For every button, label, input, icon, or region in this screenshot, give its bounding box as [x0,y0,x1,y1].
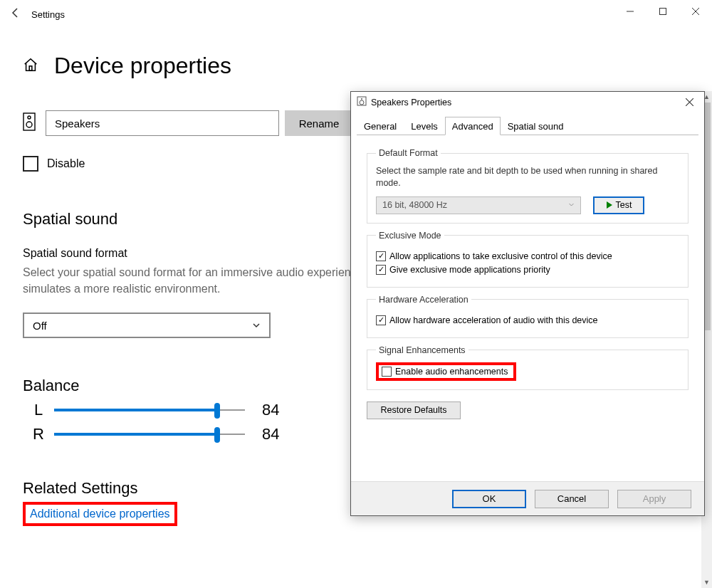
enable-enhancements-highlight: Enable audio enhancements [376,362,516,381]
dialog-tabs: General Levels Advanced Spatial sound [357,116,698,135]
signal-enhancements-legend: Signal Enhancements [376,345,468,355]
default-format-legend: Default Format [376,148,441,158]
rename-button[interactable]: Rename [285,110,353,136]
restore-defaults-button[interactable]: Restore Defaults [367,401,461,419]
default-format-group: Default Format Select the sample rate an… [367,148,689,224]
exclusive-mode-legend: Exclusive Mode [376,231,444,241]
ok-button[interactable]: OK [452,490,526,508]
home-icon[interactable] [23,57,38,75]
enable-enhancements-checkbox[interactable]: Enable audio enhancements [382,367,508,377]
additional-properties-highlight: Additional device properties [23,502,177,526]
maximize-icon[interactable] [646,0,679,23]
apply-button[interactable]: Apply [617,490,691,508]
dialog-buttons: OK Cancel Apply [351,481,704,515]
window-controls [614,0,712,23]
chevron-down-icon [568,200,575,210]
play-icon [607,201,612,209]
exclusive-mode-group: Exclusive Mode ✓ Allow applications to t… [367,231,689,288]
svg-point-5 [26,122,32,127]
default-format-value: 16 bit, 48000 Hz [382,200,447,210]
exclusive-priority-checkbox[interactable]: ✓ Give exclusive mode applications prior… [376,265,679,275]
balance-left-label: L [23,401,54,419]
hardware-accel-checkbox[interactable]: ✓ Allow hardware acceleration of audio w… [376,315,679,325]
default-format-text: Select the sample rate and bit depth to … [376,165,679,189]
exclusive-control-checkbox[interactable]: ✓ Allow applications to take exclusive c… [376,251,679,261]
additional-properties-link[interactable]: Additional device properties [30,508,170,520]
balance-left-slider[interactable] [54,401,245,419]
hardware-accel-group: Hardware Acceleration ✓ Allow hardware a… [367,295,689,338]
svg-point-7 [360,100,364,105]
signal-enhancements-group: Signal Enhancements Enable audio enhance… [367,345,689,390]
hardware-accel-legend: Hardware Acceleration [376,295,471,305]
cancel-button[interactable]: Cancel [535,490,609,508]
tab-general[interactable]: General [357,117,404,135]
balance-right-value: 84 [262,425,279,443]
balance-right-label: R [23,425,54,443]
tab-advanced[interactable]: Advanced [445,117,501,135]
scroll-down-icon[interactable]: ▼ [701,577,712,588]
dialog-close-icon[interactable] [674,92,704,112]
test-button[interactable]: Test [593,196,644,214]
chevron-down-icon [252,320,261,332]
svg-rect-2 [29,65,32,70]
dialog-title: Speakers Properties [371,98,451,107]
svg-rect-1 [660,9,666,15]
speaker-icon [23,112,36,134]
speaker-icon [357,96,367,109]
spatial-help-text: Select your spatial sound format for an … [23,264,393,297]
minimize-icon[interactable] [614,0,646,23]
device-name-input[interactable] [46,110,279,136]
svg-rect-6 [357,97,366,105]
window-title: Settings [31,9,65,20]
page-title: Device properties [54,53,231,79]
balance-left-value: 84 [262,401,279,419]
tab-levels[interactable]: Levels [404,117,445,135]
balance-right-slider[interactable] [54,426,245,443]
svg-point-4 [28,116,31,119]
close-icon[interactable] [679,0,712,23]
svg-point-8 [361,98,362,100]
spatial-format-value: Off [33,320,47,332]
disable-label: Disable [47,157,85,170]
tab-spatial-sound[interactable]: Spatial sound [501,117,571,135]
speakers-properties-dialog: Speakers Properties General Levels Advan… [350,91,705,516]
dialog-titlebar[interactable]: Speakers Properties [351,92,704,113]
spatial-format-dropdown[interactable]: Off [23,313,271,338]
settings-titlebar: Settings [0,0,712,28]
default-format-combo[interactable]: 16 bit, 48000 Hz [376,196,581,214]
back-icon[interactable] [0,7,31,22]
